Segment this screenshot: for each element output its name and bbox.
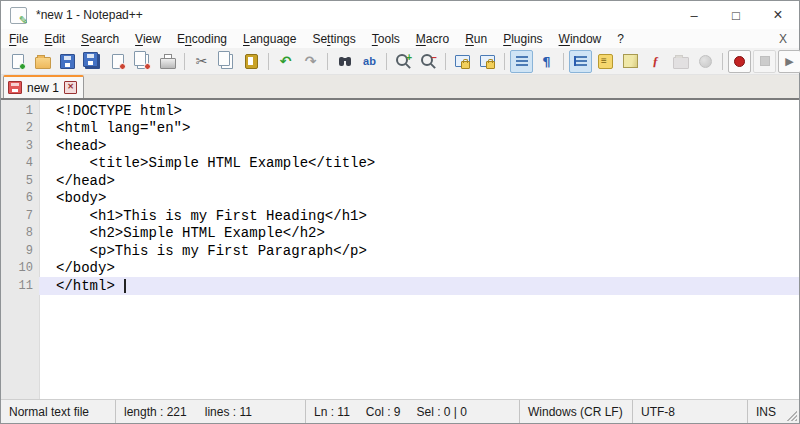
toolbar-macro-record-button[interactable] [728, 50, 751, 73]
menu-file[interactable]: File [1, 31, 36, 47]
tab-close-icon[interactable]: ✕ [64, 81, 77, 94]
toolbar-undo-button[interactable]: ↶ [274, 50, 297, 73]
toolbar-close-all-button[interactable] [131, 50, 154, 73]
code-text: <body> [39, 190, 799, 208]
toolbar-macro-stop-button [753, 50, 776, 73]
notepad-plus-plus-window: *new 1 - Notepad++ – □ × FileEditSearchV… [0, 0, 800, 424]
status-encoding: UTF-8 [632, 400, 747, 423]
close-button[interactable]: × [757, 1, 799, 29]
menu-window[interactable]: Window [551, 31, 610, 47]
toolbar-cut-button[interactable]: ✂ [190, 50, 213, 73]
toolbar-show-all-characters-button[interactable]: ¶ [535, 50, 558, 73]
menu-tools[interactable]: Tools [364, 31, 408, 47]
code-line[interactable]: 10</body> [1, 260, 799, 278]
tab-label: new 1 [27, 81, 59, 95]
text-caret [124, 279, 126, 293]
toolbar-redo-button[interactable]: ↷ [299, 50, 322, 73]
menu-run[interactable]: Run [457, 31, 495, 47]
app-icon [10, 7, 27, 24]
menu-bar: FileEditSearchViewEncodingLanguageSettin… [1, 29, 799, 48]
status-selection: Sel : 0 | 0 [417, 405, 467, 419]
toolbar-separator [268, 53, 269, 70]
toolbar-zoom-out-button[interactable]: − [417, 50, 440, 73]
code-line[interactable]: 8 <h2>Simple HTML Example</h2> [1, 225, 799, 243]
line-number: 4 [1, 155, 39, 173]
toolbar-open-file-button[interactable] [31, 50, 54, 73]
toolbar-function-list-button[interactable] [594, 50, 617, 73]
toolbar-find-button[interactable] [333, 50, 356, 73]
code-line[interactable]: 5</head> [1, 172, 799, 190]
status-length: length : 221 [124, 405, 187, 419]
menu-help[interactable]: ? [609, 31, 632, 47]
document-close-icon[interactable]: X [779, 32, 787, 46]
code-line[interactable]: 9 <p>This is my First Paragraph</p> [1, 242, 799, 260]
toolbar-document-list-button[interactable]: ƒ [644, 50, 667, 73]
status-eol-format: Windows (CR LF) [519, 400, 632, 423]
toolbar-monitoring-button [694, 50, 717, 73]
code-line[interactable]: 1<!DOCTYPE html> [1, 102, 799, 120]
menu-macro[interactable]: Macro [408, 31, 457, 47]
menu-language[interactable]: Language [235, 31, 304, 47]
code-text: </html> [39, 277, 799, 295]
code-text: <p>This is my First Paragraph</p> [39, 242, 799, 260]
menu-search[interactable]: Search [73, 31, 127, 47]
toolbar-print-button[interactable] [156, 50, 179, 73]
code-line[interactable]: 11</html> [1, 277, 799, 295]
line-number: 2 [1, 120, 39, 138]
toolbar-new-file-button[interactable] [6, 50, 29, 73]
menu-encoding[interactable]: Encoding [169, 31, 235, 47]
maximize-button[interactable]: □ [715, 1, 757, 29]
toolbar-macro-play-button[interactable]: ▶ [778, 50, 800, 73]
toolbar-folder-as-workspace-button [669, 50, 692, 73]
toolbar-show-indent-guide-button[interactable] [569, 50, 592, 73]
toolbar-separator [563, 53, 564, 70]
toolbar-close-file-button[interactable] [106, 50, 129, 73]
toolbar-save-all-button[interactable] [81, 50, 104, 73]
line-number: 11 [1, 277, 39, 295]
unsaved-indicator-icon [8, 81, 22, 94]
editor[interactable]: 1<!DOCTYPE html>2<html lang="en">3<head>… [1, 100, 799, 399]
status-doc-type: Normal text file [1, 400, 115, 423]
menu-plugins[interactable]: Plugins [495, 31, 550, 47]
line-number: 1 [1, 102, 39, 120]
toolbar-separator [327, 53, 328, 70]
toolbar-zoom-in-button[interactable]: + [392, 50, 415, 73]
toolbar-sync-horizontal-scrolling-button[interactable] [476, 50, 499, 73]
code-text: </body> [39, 260, 799, 278]
line-number: 9 [1, 242, 39, 260]
code-text: <title>Simple HTML Example</title> [39, 155, 799, 173]
title-bar: *new 1 - Notepad++ – □ × [1, 1, 799, 29]
toolbar-save-file-button[interactable] [56, 50, 79, 73]
tab-new-1[interactable]: new 1✕ [3, 75, 84, 98]
minimize-button[interactable]: – [673, 1, 715, 29]
line-number: 8 [1, 225, 39, 243]
menu-view[interactable]: View [127, 31, 169, 47]
line-number: 3 [1, 137, 39, 155]
code-text: <head> [39, 137, 799, 155]
toolbar-word-wrap-button[interactable] [510, 50, 533, 73]
toolbar-separator [386, 53, 387, 70]
status-caret-position: Ln : 11 Col : 9 Sel : 0 | 0 [305, 400, 519, 423]
code-line[interactable]: 7 <h1>This is my First Heading</h1> [1, 207, 799, 225]
code-text: <html lang="en"> [39, 120, 799, 138]
toolbar-separator [722, 53, 723, 70]
code-line[interactable]: 2<html lang="en"> [1, 120, 799, 138]
code-line[interactable]: 4 <title>Simple HTML Example</title> [1, 155, 799, 173]
tab-bar: new 1✕ [1, 75, 799, 100]
toolbar-replace-button[interactable]: ab [358, 50, 381, 73]
line-number: 7 [1, 207, 39, 225]
toolbar-separator [445, 53, 446, 70]
resize-grip[interactable] [787, 411, 797, 421]
toolbar-paste-button[interactable] [240, 50, 263, 73]
menu-edit[interactable]: Edit [36, 31, 73, 47]
status-lines: lines : 11 [205, 405, 252, 419]
code-line[interactable]: 3<head> [1, 137, 799, 155]
toolbar-sync-vertical-scrolling-button[interactable] [451, 50, 474, 73]
toolbar-document-map-button[interactable] [619, 50, 642, 73]
code-line[interactable]: 6<body> [1, 190, 799, 208]
toolbar-separator [504, 53, 505, 70]
toolbar-copy-button[interactable] [215, 50, 238, 73]
menu-settings[interactable]: Settings [304, 31, 363, 47]
status-column: Col : 9 [366, 405, 401, 419]
status-bar: Normal text file length : 221 lines : 11… [1, 399, 799, 423]
